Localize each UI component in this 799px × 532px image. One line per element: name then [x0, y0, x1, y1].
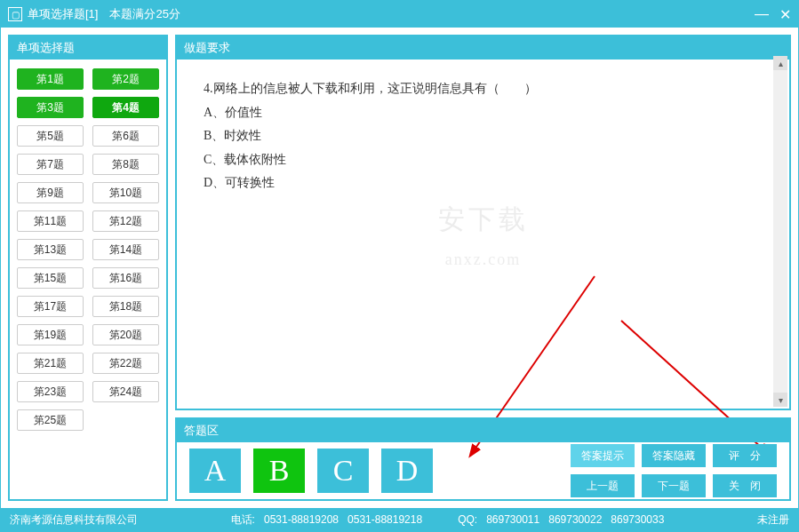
question-nav-21[interactable]: 第21题: [17, 353, 84, 374]
status-phone2: 0531-88819218: [348, 513, 422, 526]
question-nav-3[interactable]: 第3题: [17, 97, 84, 118]
choice-row: ABCD: [189, 449, 433, 493]
scrollbar[interactable]: ▴ ▾: [773, 56, 787, 407]
answer-body: ABCD 答案提示 答案隐藏 评 分 上一题 下一题 关 闭: [177, 442, 789, 499]
score-button[interactable]: 评 分: [713, 444, 777, 467]
status-qq1: 869730011: [486, 513, 539, 526]
watermark-text-bottom: anxz.com: [438, 244, 529, 274]
question-stem: 4.网络上的信息被人下载和利用，这正说明信息具有（ ）: [204, 77, 763, 101]
question-nav-19[interactable]: 第19题: [17, 324, 84, 345]
sidebar-header: 单项选择题: [10, 36, 166, 60]
window-title: 单项选择题[1] 本题满分25分: [28, 6, 755, 22]
answer-panel-header: 答题区: [177, 419, 789, 442]
status-register: 未注册: [757, 512, 789, 528]
question-panel-header: 做题要求: [177, 36, 789, 60]
question-nav-8[interactable]: 第8题: [92, 154, 159, 175]
question-nav-9[interactable]: 第9题: [17, 182, 84, 203]
question-nav-6[interactable]: 第6题: [92, 125, 159, 147]
show-answer-button[interactable]: 答案提示: [571, 444, 635, 467]
question-option-a: A、价值性: [204, 101, 763, 125]
statusbar: 济南考源信息科技有限公司 电话: 0531-88819208 0531-8881…: [1, 508, 798, 531]
status-qq3: 869730033: [611, 513, 664, 526]
main-area: 单项选择题 第1题第2题第3题第4题第5题第6题第7题第8题第9题第10题第11…: [1, 28, 798, 508]
question-nav-14[interactable]: 第14题: [92, 239, 159, 260]
sidebar-body: 第1题第2题第3题第4题第5题第6题第7题第8题第9题第10题第11题第12题第…: [10, 60, 166, 499]
question-sidebar: 单项选择题 第1题第2题第3题第4题第5题第6题第7题第8题第9题第10题第11…: [8, 35, 168, 501]
question-nav-20[interactable]: 第20题: [92, 324, 159, 345]
app-icon: ▢: [8, 7, 22, 21]
next-question-button[interactable]: 下一题: [642, 474, 706, 497]
question-nav-5[interactable]: 第5题: [17, 125, 84, 147]
status-qq-label: QQ:: [458, 513, 477, 526]
question-body: 4.网络上的信息被人下载和利用，这正说明信息具有（ ） A、价值性 B、时效性 …: [177, 60, 789, 409]
answer-panel: 答题区 ABCD 答案提示 答案隐藏 评 分 上一题 下一题 关 闭: [175, 417, 791, 501]
question-nav-22[interactable]: 第22题: [92, 353, 159, 374]
minimize-button[interactable]: —: [755, 6, 769, 23]
choice-b[interactable]: B: [253, 449, 305, 493]
choice-a[interactable]: A: [189, 449, 241, 493]
watermark: 安下载 anxz.com: [438, 194, 529, 274]
question-nav-10[interactable]: 第10题: [92, 182, 159, 203]
watermark-text-top: 安下载: [438, 194, 529, 244]
question-grid: 第1题第2题第3题第4题第5题第6题第7题第8题第9题第10题第11题第12题第…: [17, 68, 159, 431]
question-nav-25[interactable]: 第25题: [17, 409, 84, 431]
question-nav-11[interactable]: 第11题: [17, 210, 84, 232]
question-nav-18[interactable]: 第18题: [92, 296, 159, 317]
question-nav-23[interactable]: 第23题: [17, 381, 84, 402]
action-area: 答案提示 答案隐藏 评 分 上一题 下一题 关 闭: [571, 444, 777, 497]
window-controls: — ✕: [755, 6, 791, 23]
question-nav-13[interactable]: 第13题: [17, 239, 84, 260]
scroll-up-icon[interactable]: ▴: [773, 56, 787, 70]
question-option-b: B、时效性: [204, 124, 763, 148]
question-nav-7[interactable]: 第7题: [17, 154, 84, 175]
titlebar: ▢ 单项选择题[1] 本题满分25分 — ✕: [1, 1, 798, 28]
question-nav-1[interactable]: 第1题: [17, 68, 84, 90]
question-option-d: D、可转换性: [204, 171, 763, 195]
question-nav-2[interactable]: 第2题: [92, 68, 159, 90]
choice-d[interactable]: D: [381, 449, 433, 493]
prev-question-button[interactable]: 上一题: [571, 474, 635, 497]
question-nav-16[interactable]: 第16题: [92, 267, 159, 289]
question-nav-24[interactable]: 第24题: [92, 381, 159, 402]
close-button[interactable]: 关 闭: [713, 474, 777, 497]
scroll-down-icon[interactable]: ▾: [773, 393, 787, 407]
question-nav-15[interactable]: 第15题: [17, 267, 84, 289]
status-qq2: 869730022: [548, 513, 602, 526]
question-option-c: C、载体依附性: [204, 148, 763, 172]
question-panel: 做题要求 4.网络上的信息被人下载和利用，这正说明信息具有（ ） A、价值性 B…: [175, 35, 791, 410]
hide-answer-button[interactable]: 答案隐藏: [642, 444, 706, 467]
content-area: 做题要求 4.网络上的信息被人下载和利用，这正说明信息具有（ ） A、价值性 B…: [175, 35, 791, 501]
status-phone1: 0531-88819208: [264, 513, 339, 526]
status-phone-label: 电话:: [231, 512, 255, 528]
choice-c[interactable]: C: [317, 449, 369, 493]
close-window-button[interactable]: ✕: [779, 6, 791, 23]
question-nav-12[interactable]: 第12题: [92, 210, 159, 232]
question-nav-4[interactable]: 第4题: [92, 97, 159, 118]
app-window: ▢ 单项选择题[1] 本题满分25分 — ✕ 单项选择题 第1题第2题第3题第4…: [0, 0, 799, 532]
status-company: 济南考源信息科技有限公司: [10, 512, 138, 528]
question-nav-17[interactable]: 第17题: [17, 296, 84, 317]
